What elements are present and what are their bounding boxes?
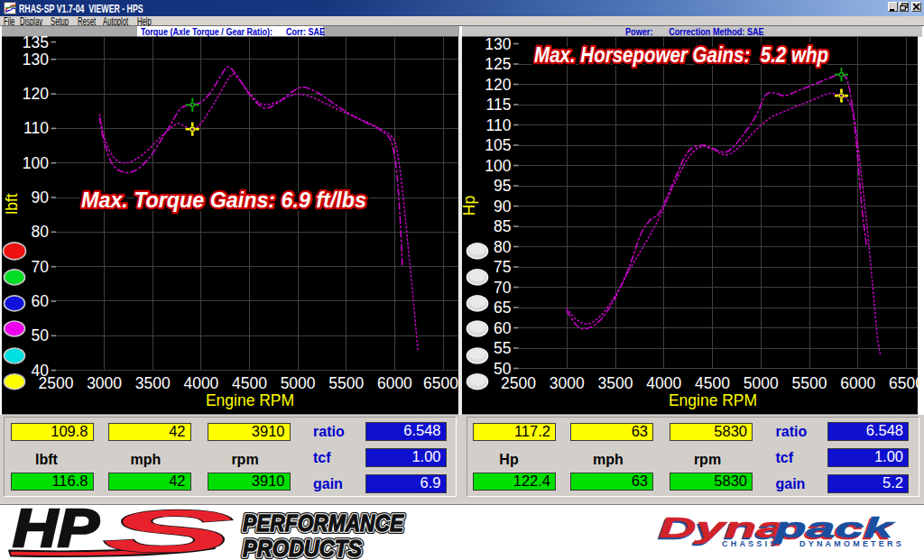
svg-text:50: 50 [32, 326, 50, 344]
svg-text:4500: 4500 [695, 374, 730, 392]
svg-text:3500: 3500 [135, 374, 171, 392]
svg-text:6000: 6000 [840, 374, 875, 392]
svg-text:6500: 6500 [889, 374, 924, 392]
svg-text:120: 120 [23, 85, 49, 103]
svg-text:130: 130 [23, 50, 49, 69]
svg-text:60: 60 [32, 292, 50, 310]
svg-text:4000: 4000 [183, 374, 218, 392]
svg-text:100: 100 [23, 154, 49, 172]
svg-text:2500: 2500 [39, 374, 74, 392]
svg-text:60: 60 [494, 319, 512, 337]
svg-text:135: 135 [23, 33, 49, 51]
svg-text:PERFORMANCE: PERFORMANCE [243, 510, 404, 535]
svg-text:3500: 3500 [598, 374, 633, 392]
svg-text:Max. Torque Gains: 6.9 ft/lbs: Max. Torque Gains: 6.9 ft/lbs [81, 188, 366, 212]
svg-text:Engine RPM: Engine RPM [669, 391, 757, 409]
svg-text:S: S [102, 504, 233, 560]
svg-text:Engine RPM: Engine RPM [206, 391, 294, 409]
svg-text:80: 80 [32, 223, 50, 241]
svg-text:2500: 2500 [501, 374, 536, 392]
svg-text:Max. Horsepower Gains: 5.2 wh: Max. Horsepower Gains: 5.2 whp [534, 43, 828, 68]
svg-text:PRODUCTS: PRODUCTS [243, 536, 362, 560]
svg-text:5500: 5500 [792, 374, 827, 392]
svg-text:130: 130 [485, 35, 511, 53]
svg-text:5500: 5500 [328, 374, 364, 392]
svg-text:120: 120 [485, 76, 511, 94]
svg-text:110: 110 [23, 119, 49, 137]
svg-text:100: 100 [485, 157, 511, 175]
svg-text:115: 115 [486, 96, 512, 114]
svg-text:4000: 4000 [646, 374, 681, 392]
svg-text:95: 95 [494, 177, 511, 195]
svg-text:6000: 6000 [377, 374, 412, 392]
svg-text:110: 110 [486, 116, 512, 134]
svg-text:90: 90 [32, 188, 50, 207]
svg-text:CHASSIS: CHASSIS [722, 539, 778, 548]
svg-text:65: 65 [494, 298, 511, 317]
svg-text:85: 85 [494, 217, 511, 235]
svg-text:70: 70 [494, 279, 512, 297]
svg-text:55: 55 [494, 339, 511, 357]
svg-text:lbft: lbft [3, 193, 21, 214]
svg-text:5000: 5000 [744, 374, 779, 392]
svg-text:70: 70 [32, 258, 50, 276]
svg-text:5000: 5000 [281, 374, 316, 392]
svg-text:3000: 3000 [87, 374, 122, 392]
svg-text:90: 90 [494, 197, 512, 216]
svg-text:80: 80 [494, 238, 512, 256]
svg-text:105: 105 [485, 136, 511, 154]
svg-text:75: 75 [494, 258, 511, 276]
svg-text:3000: 3000 [550, 374, 585, 392]
svg-text:6500: 6500 [423, 374, 458, 392]
svg-text:4500: 4500 [232, 374, 267, 392]
svg-text:125: 125 [485, 55, 511, 73]
svg-text:Hp: Hp [460, 196, 478, 216]
svg-text:DYNAMOMETERS: DYNAMOMETERS [799, 539, 904, 548]
svg-text:HP: HP [13, 504, 100, 558]
